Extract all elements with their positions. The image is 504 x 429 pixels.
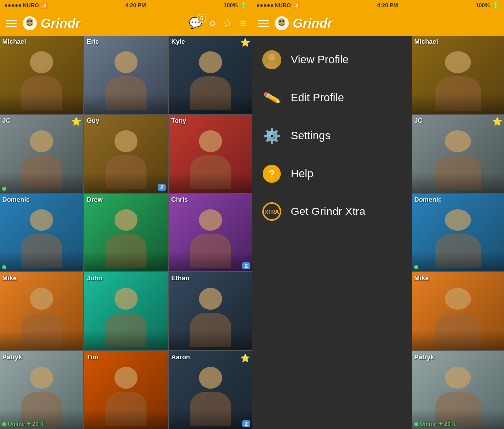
profile-name-michael: Michael <box>2 38 26 45</box>
menu-button-right[interactable] <box>258 20 269 27</box>
profile-cell-patryk[interactable]: Patryk Online ✈ 20 ft <box>0 351 83 429</box>
svg-point-7 <box>282 20 284 22</box>
side-cell-patryk[interactable]: Patryk Online ✈ 20 ft <box>412 351 504 429</box>
help-label: Help <box>291 167 313 180</box>
svg-point-2 <box>27 20 29 22</box>
profile-cell-drew[interactable]: Drew <box>84 194 168 271</box>
chat-icon[interactable]: 💬 5 <box>189 17 202 30</box>
side-gradient-jc <box>412 173 504 193</box>
logo-right: Grindr <box>274 15 498 31</box>
nearby-icon[interactable]: ○ <box>209 17 216 30</box>
status-left: NURO 📶 <box>5 2 47 9</box>
star-badge-jc: ⭐ <box>71 117 81 126</box>
profile-cell-tim[interactable]: Tim <box>84 351 168 429</box>
signal-dot-1 <box>5 4 7 7</box>
side-online-dot-patryk <box>414 422 418 426</box>
signal-dot-4 <box>15 4 18 7</box>
side-online-text-patryk: Online ✈ 20 ft <box>420 421 456 427</box>
menu-item-edit-profile[interactable]: ✏️ Edit Profile <box>252 79 412 117</box>
inbox-icon[interactable]: ≡ <box>240 17 246 30</box>
side-name-jc: JC <box>414 117 423 124</box>
status-right-left: 100% 🔋 <box>224 2 247 9</box>
signal-dot-3 <box>12 4 14 7</box>
cell-gradient-aaron <box>169 409 252 429</box>
grindr-mascot-icon-right <box>274 15 290 31</box>
cell-gradient-eric <box>84 94 168 114</box>
side-cell-michael[interactable]: Michael <box>412 36 504 114</box>
side-cell-domenic[interactable]: Domenic <box>412 194 504 271</box>
status-left-right: NURO 📶 <box>257 2 299 9</box>
signal-dots-right <box>257 4 273 7</box>
profile-cell-michael[interactable]: Michael <box>0 36 83 114</box>
profile-cell-domenic[interactable]: Domenic <box>0 194 83 271</box>
carrier-left: NURO <box>23 2 39 8</box>
logo-text-right: Grindr <box>293 16 332 31</box>
profile-cell-eric[interactable]: Eric <box>84 36 168 114</box>
chat-badge: 5 <box>197 14 206 23</box>
profile-cell-john[interactable]: John <box>84 272 168 350</box>
star-badge-aaron: ⭐ <box>240 353 250 363</box>
hamburger-line-r2 <box>258 23 269 24</box>
online-status-domenic <box>2 265 6 269</box>
menu-panel: View Profile ✏️ Edit Profile ⚙️ Settings… <box>252 36 412 429</box>
hamburger-line-r3 <box>258 26 269 27</box>
profile-name-john: John <box>87 274 102 282</box>
edit-profile-label: Edit Profile <box>291 91 344 104</box>
message-badge-chris: 2 <box>242 262 250 269</box>
side-online-patryk: Online ✈ 20 ft <box>414 421 456 427</box>
profile-cell-kyle[interactable]: Kyle ⭐ <box>169 36 252 114</box>
star-icon: ☆ <box>223 17 233 29</box>
signal-dot-r2 <box>260 4 263 7</box>
side-grid: Michael JC ⭐ Domenic <box>412 36 504 429</box>
menu-item-xtra[interactable]: XTRA Get Grindr Xtra <box>252 193 412 230</box>
profile-cell-tony[interactable]: Tony <box>169 115 252 193</box>
side-gradient-mike <box>412 330 504 350</box>
favorites-icon[interactable]: ☆ <box>223 17 233 30</box>
profile-cell-jc[interactable]: JC ⭐ <box>0 115 83 193</box>
hamburger-line-2 <box>6 23 17 24</box>
cell-gradient-ethan <box>169 330 252 350</box>
profile-name-jc: JC <box>2 117 11 124</box>
cell-gradient-kyle <box>169 94 252 114</box>
online-status-jc <box>2 187 6 191</box>
profile-cell-chris[interactable]: Chris 2 <box>169 194 252 271</box>
side-cell-mike[interactable]: Mike <box>412 272 504 350</box>
help-icon-container: ? <box>262 164 282 184</box>
side-star-jc: ⭐ <box>492 117 502 126</box>
logo-left: Grindr <box>22 15 184 31</box>
profile-name-kyle: Kyle <box>171 38 185 45</box>
side-name-mike: Mike <box>414 274 429 282</box>
cell-gradient-john <box>84 330 168 350</box>
svg-point-8 <box>268 54 275 61</box>
online-text-patryk: Online ✈ 20 ft <box>8 421 44 427</box>
hamburger-line-r1 <box>258 20 269 21</box>
cell-gradient-tony <box>169 173 252 193</box>
profile-cell-aaron[interactable]: Aaron 2 ⭐ <box>169 351 252 429</box>
profile-name-mike: Mike <box>2 274 17 282</box>
menu-item-view-profile[interactable]: View Profile <box>252 41 412 79</box>
header-right: Grindr <box>252 11 504 36</box>
grindr-mascot-icon <box>22 15 38 31</box>
hamburger-line-3 <box>6 26 17 27</box>
signal-dot-r5 <box>271 4 273 7</box>
menu-item-settings[interactable]: ⚙️ Settings <box>252 117 412 155</box>
signal-dots <box>5 4 21 7</box>
settings-label: Settings <box>291 129 331 142</box>
svg-point-6 <box>279 20 281 22</box>
menu-item-help[interactable]: ? Help <box>252 155 412 193</box>
side-gradient-michael <box>412 94 504 114</box>
profile-cell-ethan[interactable]: Ethan <box>169 272 252 350</box>
cell-gradient-guy <box>84 173 168 193</box>
view-profile-icon <box>262 50 282 70</box>
profile-name-tim: Tim <box>87 353 98 361</box>
header-icons-left: 💬 5 ○ ☆ ≡ <box>189 17 246 30</box>
profile-cell-guy[interactable]: Guy 2 <box>84 115 168 193</box>
profile-cell-mike[interactable]: Mike <box>0 272 83 350</box>
cell-gradient-domenic <box>0 251 83 271</box>
profile-name-patryk: Patryk <box>2 353 22 361</box>
menu-button-left[interactable] <box>6 20 17 27</box>
side-cell-jc[interactable]: JC ⭐ <box>412 115 504 193</box>
cell-gradient-drew <box>84 251 168 271</box>
star-badge-kyle: ⭐ <box>240 38 250 47</box>
time-left: 4:20 PM <box>125 2 146 8</box>
